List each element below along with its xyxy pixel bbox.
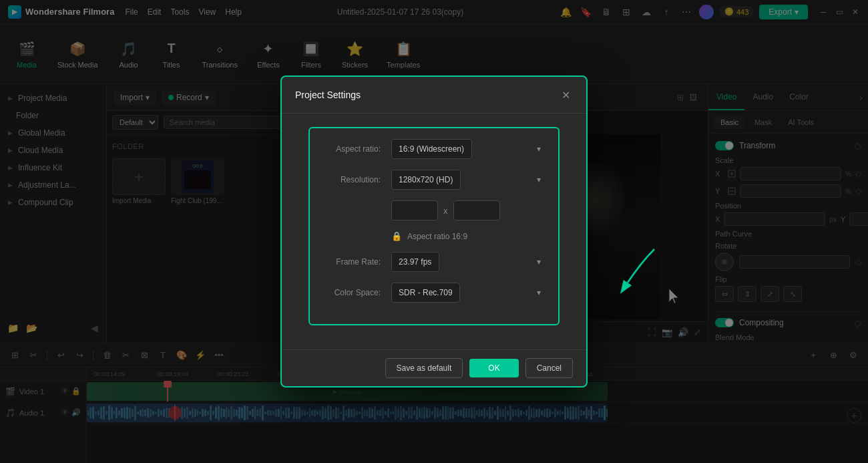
cancel-button[interactable]: Cancel: [525, 358, 573, 378]
modal-title: Project Settings: [295, 90, 361, 100]
resolution-label: Resolution:: [320, 175, 381, 184]
height-input[interactable]: 720: [453, 200, 500, 220]
resolution-field: Resolution: 1280x720 (HD): [320, 170, 548, 190]
frame-rate-wrapper: 23.97 fps: [391, 252, 548, 272]
color-space-select[interactable]: SDR - Rec.709: [391, 283, 460, 303]
resolution-inputs: 1280 x 720: [391, 200, 548, 220]
aspect-lock-field: 🔒 Aspect ratio 16:9: [320, 231, 548, 241]
save-default-button[interactable]: Save as default: [385, 358, 463, 378]
color-space-field: Color Space: SDR - Rec.709: [320, 283, 548, 303]
res-x-separator: x: [443, 206, 448, 216]
modal-body: Aspect ratio: 16:9 (Widescreen) Resoluti…: [282, 114, 586, 349]
project-settings-modal: Project Settings ✕ Aspect ratio: 16:9 (W…: [280, 75, 588, 388]
aspect-ratio-select[interactable]: 16:9 (Widescreen): [391, 139, 472, 159]
modal-inner-border: Aspect ratio: 16:9 (Widescreen) Resoluti…: [308, 127, 560, 325]
color-space-label: Color Space:: [320, 288, 381, 297]
width-input[interactable]: 1280: [391, 200, 438, 220]
resolution-inputs-field: 1280 x 720: [320, 200, 548, 220]
ok-button[interactable]: OK: [469, 359, 518, 377]
modal-close-button[interactable]: ✕: [558, 88, 573, 102]
modal-overlay[interactable]: Project Settings ✕ Aspect ratio: 16:9 (W…: [0, 0, 868, 463]
aspect-ratio-label: Aspect ratio:: [320, 144, 381, 154]
modal-footer: Save as default OK Cancel: [282, 349, 586, 386]
frame-rate-select[interactable]: 23.97 fps: [391, 252, 439, 272]
resolution-select[interactable]: 1280x720 (HD): [391, 170, 461, 190]
aspect-ratio-field: Aspect ratio: 16:9 (Widescreen): [320, 139, 548, 159]
frame-rate-label: Frame Rate:: [320, 257, 381, 267]
resolution-wrapper: 1280x720 (HD): [391, 170, 548, 190]
lock-icon: 🔒: [391, 231, 402, 241]
frame-rate-field: Frame Rate: 23.97 fps: [320, 252, 548, 272]
color-space-wrapper: SDR - Rec.709: [391, 283, 548, 303]
aspect-lock-row: 🔒 Aspect ratio 16:9: [391, 231, 548, 241]
aspect-lock-text: Aspect ratio 16:9: [407, 232, 467, 241]
modal-header: Project Settings ✕: [282, 77, 586, 114]
aspect-ratio-wrapper: 16:9 (Widescreen): [391, 139, 548, 159]
